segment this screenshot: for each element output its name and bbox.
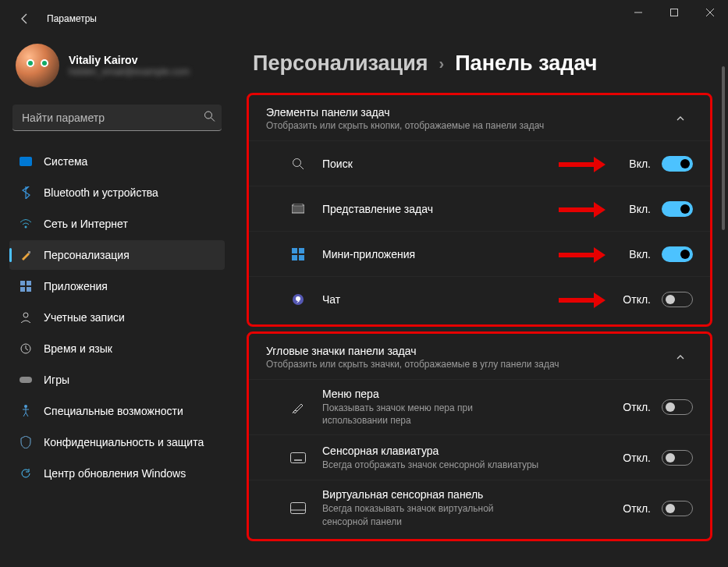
keyboard-icon	[285, 452, 311, 463]
row-label: Представление задач	[322, 203, 559, 215]
row-pen-menu: Меню пераПоказывать значок меню пера при…	[249, 379, 710, 434]
row-label: Меню пера	[322, 388, 605, 400]
sidebar-item-label: Игры	[44, 374, 69, 386]
sidebar-item-label: Специальные возможности	[44, 405, 183, 417]
group-header-taskbar-items[interactable]: Элементы панели задач Отобразить или скр…	[249, 95, 710, 140]
sidebar-item-personalization[interactable]: Персонализация	[9, 240, 225, 270]
row-chat: Чат Откл.	[249, 276, 710, 321]
row-touch-keyboard: Сенсорная клавиатураВсегда отображать зн…	[249, 434, 710, 480]
touchpad-icon	[285, 502, 311, 514]
back-button[interactable]	[16, 9, 34, 28]
sidebar-item-network[interactable]: Сеть и Интернет	[9, 209, 225, 239]
sidebar-item-bluetooth[interactable]: Bluetooth и устройства	[9, 178, 225, 207]
toggle-task-view[interactable]	[662, 201, 693, 217]
row-task-view: Представление задач Вкл.	[249, 186, 710, 231]
svg-rect-7	[27, 281, 31, 285]
row-label: Сенсорная клавиатура	[322, 445, 605, 457]
toggle-chat[interactable]	[662, 292, 693, 307]
scrollbar[interactable]	[722, 66, 725, 559]
chevron-up-icon[interactable]	[668, 345, 693, 370]
svg-rect-1	[671, 9, 678, 16]
toggle-state: Откл.	[620, 452, 651, 464]
sidebar-item-label: Конфиденциальность и защита	[44, 436, 204, 448]
toggle-state: Откл.	[620, 293, 651, 306]
svg-rect-6	[20, 281, 25, 285]
chevron-up-icon[interactable]	[668, 106, 693, 131]
minimize-button[interactable]	[620, 0, 656, 25]
breadcrumb: Персонализация › Панель задач	[237, 37, 712, 93]
sidebar-item-accounts[interactable]: Учетные записи	[9, 303, 225, 332]
maximize-button[interactable]	[656, 0, 692, 25]
svg-rect-21	[299, 255, 304, 260]
group-subtitle: Отобразить или скрыть значки, отображаем…	[266, 359, 668, 370]
clock-icon	[19, 342, 33, 356]
sidebar-item-label: Время и язык	[44, 342, 112, 355]
sidebar-item-gaming[interactable]: Игры	[9, 365, 225, 395]
search-input[interactable]	[12, 105, 222, 131]
title-bar: Параметры	[0, 0, 728, 37]
annotation-arrow	[559, 157, 605, 171]
svg-point-14	[293, 158, 301, 166]
wifi-icon	[19, 217, 33, 231]
toggle-touch-keyboard[interactable]	[662, 450, 693, 466]
group-title: Элементы панели задач	[266, 106, 668, 119]
breadcrumb-parent[interactable]: Персонализация	[253, 51, 428, 76]
svg-rect-30	[291, 503, 306, 514]
toggle-widgets[interactable]	[662, 246, 693, 262]
toggle-virtual-touchpad[interactable]	[662, 501, 693, 516]
task-view-icon	[285, 204, 311, 214]
svg-point-10	[23, 313, 28, 317]
sidebar-item-label: Персонализация	[44, 249, 130, 261]
search-icon[interactable]	[204, 111, 215, 126]
sidebar-item-privacy[interactable]: Конфиденциальность и защита	[9, 427, 225, 457]
toggle-state: Вкл.	[620, 248, 651, 260]
toggle-state: Откл.	[620, 502, 651, 515]
accessibility-icon	[19, 404, 33, 418]
sidebar-item-apps[interactable]: Приложения	[9, 271, 225, 301]
sidebar-item-system[interactable]: Система	[9, 147, 225, 176]
sidebar-item-label: Учетные записи	[44, 311, 125, 324]
svg-rect-9	[27, 287, 31, 292]
toggle-state: Вкл.	[620, 203, 651, 215]
sidebar-item-label: Сеть и Интернет	[44, 218, 128, 230]
chat-icon	[285, 293, 311, 306]
profile-email: hidden_email@example.com	[69, 66, 190, 77]
svg-rect-12	[20, 377, 32, 383]
svg-rect-17	[293, 204, 303, 206]
avatar	[16, 44, 59, 87]
svg-point-13	[24, 405, 27, 408]
group-taskbar-items: Элементы панели задач Отобразить или скр…	[247, 93, 712, 327]
sidebar-item-label: Bluetooth и устройства	[44, 186, 158, 199]
close-button[interactable]	[692, 0, 728, 25]
row-desc: Всегда отображать значок сенсорной клави…	[322, 459, 541, 471]
row-desc: Всегда показывать значок виртуальной сен…	[322, 502, 541, 527]
apps-icon	[19, 279, 33, 293]
svg-line-15	[300, 165, 304, 169]
profile-block[interactable]: Vitaliy Kairov hidden_email@example.com	[9, 37, 225, 100]
group-title: Угловые значки панели задач	[266, 345, 668, 357]
row-virtual-touchpad: Виртуальная сенсорная панельВсегда показ…	[249, 480, 710, 535]
svg-point-23	[296, 296, 300, 301]
sidebar-item-time[interactable]: Время и язык	[9, 334, 225, 363]
search-box	[12, 105, 222, 131]
row-search: Поиск Вкл.	[249, 140, 710, 186]
toggle-search[interactable]	[662, 156, 693, 172]
group-subtitle: Отобразить или скрыть кнопки, отображаем…	[266, 120, 668, 131]
scrollbar-thumb[interactable]	[722, 66, 725, 230]
svg-rect-24	[291, 452, 306, 462]
annotation-arrow	[559, 292, 605, 307]
svg-rect-20	[292, 255, 297, 260]
svg-line-3	[211, 118, 215, 122]
sidebar-item-update[interactable]: Центр обновления Windows	[9, 459, 225, 488]
person-icon	[19, 310, 33, 324]
row-desc: Показывать значок меню пера при использо…	[322, 402, 541, 427]
svg-point-4	[25, 226, 27, 229]
widgets-icon	[285, 248, 311, 260]
toggle-pen-menu[interactable]	[662, 399, 693, 415]
row-label: Мини-приложения	[322, 248, 559, 260]
group-header-corner-icons[interactable]: Угловые значки панели задач Отобразить и…	[249, 334, 710, 379]
shield-icon	[19, 435, 33, 449]
sidebar-item-accessibility[interactable]: Специальные возможности	[9, 396, 225, 426]
annotation-arrow	[559, 202, 605, 216]
svg-rect-19	[299, 248, 304, 253]
